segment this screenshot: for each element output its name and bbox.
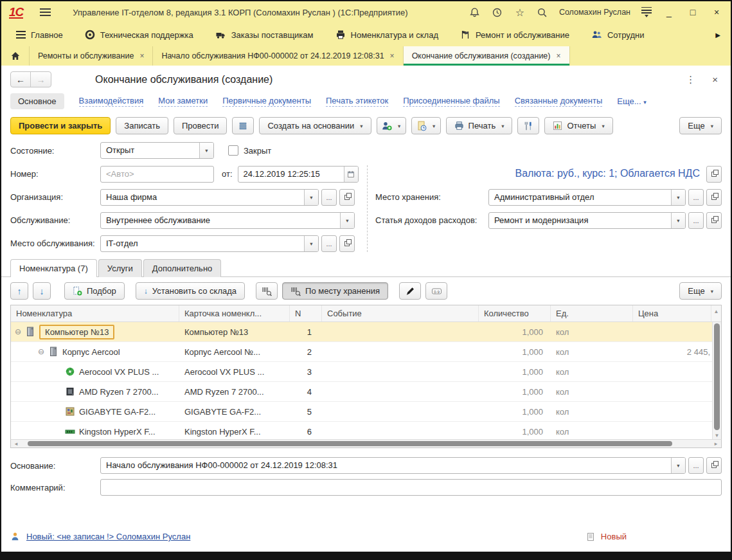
vscroll-thumb[interactable] [714, 323, 720, 430]
navlink-print-labels[interactable]: Печать этикеток [326, 96, 388, 107]
history-icon[interactable] [492, 6, 503, 18]
choose-button[interactable]: ... [688, 212, 704, 229]
section-employees[interactable]: Сотрудни [583, 26, 652, 43]
tab-repairs-service[interactable]: Ремонты и обслуживание × [30, 46, 153, 66]
cell-name[interactable]: Компьютер №13 [39, 325, 114, 339]
col-unit[interactable]: Ед. [551, 305, 633, 321]
navlink-primary-docs[interactable]: Первичные документы [222, 96, 311, 107]
schedule-document-button[interactable]: ▾ [411, 117, 441, 134]
dropdown-button[interactable]: ▾ [671, 213, 685, 228]
dropdown-button[interactable]: ▾ [199, 143, 213, 158]
table-row[interactable]: Aerocool VX PLUS ... Aerocool VX PLUS ..… [11, 362, 721, 382]
scroll-up-icon[interactable]: ▲ [711, 305, 721, 321]
close-tab-icon[interactable]: × [556, 51, 560, 60]
col-qty[interactable]: Количество [479, 305, 551, 321]
document-status-link[interactable]: Новый: <не записан !> Соломахин Руслан [26, 532, 190, 541]
dropdown-button[interactable]: ▾ [340, 213, 354, 228]
navlink-main[interactable]: Основное [10, 93, 64, 109]
choose-button[interactable]: ... [688, 457, 704, 474]
table-row[interactable]: GIGABYTE GA-F2... GIGABYTE GA-F2... 5 1,… [11, 402, 721, 422]
table-row[interactable]: ⊖ Компьютер №13 Компьютер №13 1 1,000 ко… [11, 322, 721, 342]
horizontal-scrollbar[interactable]: ◂ ▸ [10, 439, 722, 448]
col-nomenclature[interactable]: Номенклатура [11, 305, 179, 321]
collapse-icon[interactable]: ⊖ [38, 347, 44, 356]
table-row[interactable]: Kingston HyperX F... Kingston HyperX F..… [11, 422, 721, 439]
open-button[interactable] [706, 457, 722, 474]
dropdown-button[interactable]: ▾ [304, 236, 318, 251]
move-up-button[interactable]: ↑ [10, 282, 28, 300]
open-button[interactable] [706, 189, 722, 206]
choose-button[interactable]: ... [321, 189, 337, 206]
basis-field[interactable]: Начало обслуживания НФ00-000002 от 24.12… [100, 457, 686, 474]
pick-button[interactable]: Подбор [64, 282, 125, 300]
table-row[interactable]: AMD Ryzen 7 2700... AMD Ryzen 7 2700... … [11, 382, 721, 402]
close-tab-icon[interactable]: × [139, 51, 144, 60]
notifications-bell-icon[interactable] [469, 6, 481, 18]
tab-additional[interactable]: Дополнительно [143, 259, 222, 277]
service-place-field[interactable]: IT-отдел ▾ [100, 235, 319, 252]
scroll-right-icon[interactable]: ▸ [711, 440, 721, 447]
col-price[interactable]: Цена [633, 305, 711, 321]
numbering-button[interactable]: 0-9 [425, 282, 447, 300]
set-from-stock-button[interactable]: ↓ Установить со склада [136, 282, 245, 300]
posting-structure-button[interactable] [232, 117, 254, 134]
main-menu-icon[interactable] [40, 8, 51, 16]
scroll-down-icon[interactable]: ▼ [713, 433, 721, 438]
income-expense-field[interactable]: Ремонт и модернизация ▾ [488, 212, 686, 229]
print-button[interactable]: Печать▾ [446, 117, 513, 134]
home-tab[interactable] [1, 46, 30, 66]
number-input[interactable]: <Авто> [100, 166, 214, 183]
storage-place-field[interactable]: Административный отдел ▾ [488, 189, 686, 206]
service-field[interactable]: Внутреннее обслуживание ▾ [100, 212, 355, 229]
sections-overflow-arrow[interactable]: ▶ [711, 29, 724, 41]
cell-name[interactable]: GIGABYTE GA-F2... [79, 407, 156, 417]
tab-nomenclature[interactable]: Номенклатура (7) [10, 259, 97, 277]
cell-name[interactable]: AMD Ryzen 7 2700... [79, 387, 159, 397]
section-repair-service[interactable]: Ремонт и обслуживание [452, 26, 578, 43]
by-storage-place-toggle[interactable]: По месту хранения [282, 282, 388, 300]
collapse-icon[interactable]: ⊖ [15, 327, 21, 336]
current-user[interactable]: Соломахин Руслан [559, 8, 630, 17]
cell-name[interactable]: Aerocool VX PLUS ... [79, 367, 159, 377]
section-supplier-orders[interactable]: Заказы поставщикам [207, 27, 322, 43]
tab-service-end-active[interactable]: Окончание обслуживания (создание) × [404, 46, 570, 66]
close-form-icon[interactable]: × [712, 74, 718, 85]
save-button[interactable]: Записать [116, 117, 168, 134]
move-down-button[interactable]: ↓ [33, 282, 51, 300]
more-menu-icon[interactable]: ⋮ [686, 74, 695, 86]
currency-link[interactable]: Валюта: руб., курс: 1; Облагается НДС [515, 168, 700, 180]
organization-field[interactable]: Наша фирма ▾ [100, 189, 319, 206]
navlink-related-docs[interactable]: Связанные документы [515, 96, 603, 107]
tab-service-start[interactable]: Начало обслуживания НФ00-000002 от 24.12… [153, 46, 403, 66]
comment-input[interactable] [100, 479, 722, 496]
hscroll-thumb[interactable] [28, 441, 672, 446]
assign-user-button[interactable]: ▾ [377, 117, 406, 134]
table-row[interactable]: ⊖ Корпус Aercool Корпус Aercool №... 2 1… [11, 342, 721, 362]
edit-pen-button[interactable] [399, 282, 421, 300]
reports-button[interactable]: Отчеты▾ [544, 117, 612, 134]
col-event[interactable]: Событие [322, 305, 479, 321]
close-tab-icon[interactable]: × [390, 51, 395, 60]
dropdown-button[interactable]: ▾ [304, 190, 318, 205]
table-more-button[interactable]: Еще▾ [679, 282, 722, 300]
state-select[interactable]: Открыт ▾ [100, 142, 214, 159]
navlink-interactions[interactable]: Взаимодействия [79, 96, 144, 107]
service-tools-button[interactable] [517, 117, 539, 134]
calendar-icon[interactable] [344, 167, 358, 182]
dropdown-button[interactable]: ▾ [671, 458, 685, 473]
section-nomenclature-warehouse[interactable]: Номенклатура и склад [327, 26, 447, 43]
maximize-button[interactable]: □ [686, 7, 699, 17]
open-button[interactable] [339, 235, 355, 252]
favorites-star-icon[interactable]: ☆ [514, 6, 526, 18]
back-button[interactable]: ← [11, 72, 31, 87]
barcode-scan-button[interactable] [256, 282, 278, 300]
open-button[interactable] [339, 189, 355, 206]
col-card[interactable]: Карточка номенкл... [179, 305, 290, 321]
scroll-left-icon[interactable]: ◂ [11, 440, 21, 447]
date-input[interactable]: 24.12.2019 12:25:15 [238, 166, 359, 183]
navlink-more[interactable]: Еще... ▾ [617, 96, 646, 106]
create-based-on-button[interactable]: Создать на основании▾ [259, 117, 371, 134]
tab-services[interactable]: Услуги [98, 259, 142, 277]
service-menu-icon[interactable] [641, 7, 652, 18]
open-button[interactable] [706, 212, 722, 229]
